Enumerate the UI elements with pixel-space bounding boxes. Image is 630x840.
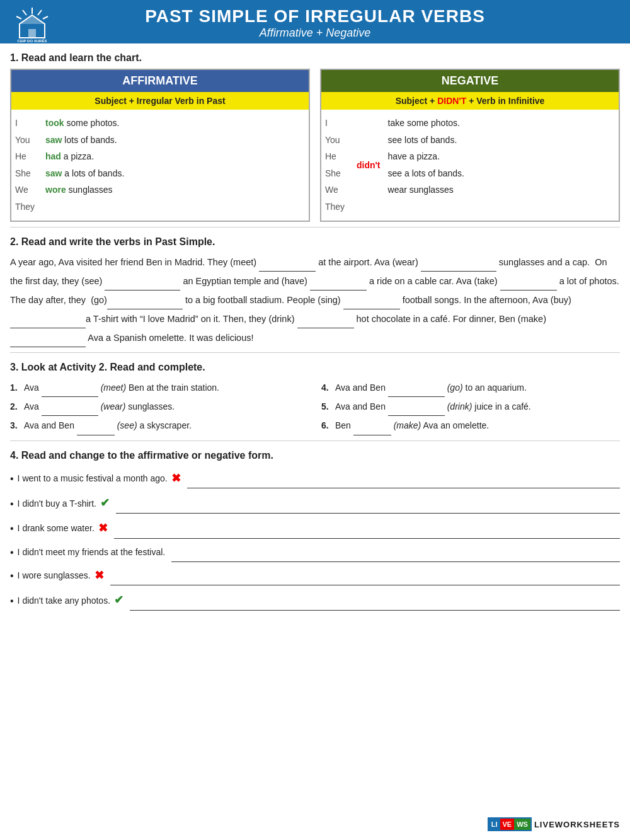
s3-blank-2[interactable] xyxy=(42,397,98,416)
header-subtitle: Affirmative + Negative xyxy=(0,26,630,40)
s4-item-3: • I drank some water. ✖ xyxy=(10,516,620,541)
blank-sing[interactable] xyxy=(343,291,400,309)
s3-item-4: 4. Ava and Ben (go) to an aquarium. xyxy=(321,378,620,397)
svg-marker-6 xyxy=(20,15,45,24)
check-icon-2: ✔ xyxy=(100,491,110,516)
svg-text:CEIP DO XURÉS: CEIP DO XURÉS xyxy=(18,38,47,43)
svg-line-4 xyxy=(16,16,21,19)
s3-blank-1[interactable] xyxy=(42,378,98,397)
negative-subheader: Subject + DIDN'T + Verb in Infinitive xyxy=(321,92,619,110)
bullet-5: • xyxy=(10,565,14,587)
s3-blank-6[interactable] xyxy=(353,416,391,435)
s3-num-2: 2. xyxy=(10,398,21,416)
blank-meet[interactable] xyxy=(259,253,316,272)
section3-right: 4. Ava and Ben (go) to an aquarium. 5. A… xyxy=(321,378,620,435)
header: CEIP DO XURÉS PAST SIMPLE OF IRREGULAR V… xyxy=(0,0,630,43)
answer-line-3[interactable] xyxy=(114,519,620,539)
section3-grid: 1. Ava (meet) Ben at the train station. … xyxy=(10,378,620,435)
s3-text-6: Ben (make) Ava an omelette. xyxy=(335,416,489,435)
s4-text-5: I wore sunglasses. xyxy=(18,566,91,585)
divider1 xyxy=(10,227,620,227)
section2-text: A year ago, Ava visited her friend Ben i… xyxy=(10,253,620,347)
s4-item-1: • I went to a music festival a month ago… xyxy=(10,466,620,492)
negative-subjects: IYouHeSheWeThey xyxy=(321,110,352,221)
s3-item-3: 3. Ava and Ben (see) a skyscraper. xyxy=(10,416,309,435)
s4-item-4: • I didn't meet my friends at the festiv… xyxy=(10,541,620,563)
chart-container: AFFIRMATIVE Subject + Irregular Verb in … xyxy=(10,69,620,222)
answer-line-1[interactable] xyxy=(187,469,620,489)
blank-wear[interactable] xyxy=(421,253,496,272)
svg-rect-7 xyxy=(28,29,36,38)
section3-title: 3. Look at Activity 2. Read and complete… xyxy=(10,362,620,373)
cross-icon-1: ✖ xyxy=(171,466,181,492)
neg-verb-take: take xyxy=(388,118,404,128)
s4-text-1: I went to a music festival a month ago. xyxy=(18,469,168,488)
affirmative-header: AFFIRMATIVE xyxy=(11,70,309,92)
s3-num-6: 6. xyxy=(321,417,333,435)
verb-had: had xyxy=(45,151,61,161)
s3-num-3: 3. xyxy=(10,417,21,435)
s4-text-6: I didn't take any photos. xyxy=(18,591,110,611)
neg-didnt-label: DIDN'T xyxy=(437,96,466,106)
verb-saw2: saw xyxy=(45,168,62,178)
neg-subheader-before: Subject + xyxy=(396,96,438,106)
lw-badge-container: LI VE WS xyxy=(488,817,532,831)
lw-text: LIVEWORKSHEETS xyxy=(534,820,620,829)
bullet-1: • xyxy=(10,468,14,490)
logo: CEIP DO XURÉS xyxy=(10,5,54,43)
neg-verb-see1: see xyxy=(388,135,403,145)
blank-go[interactable] xyxy=(107,291,183,309)
section4-title: 4. Read and change to the affirmative or… xyxy=(10,450,620,461)
negative-verbs: take some photos. see lots of bands. hav… xyxy=(386,110,619,221)
section1-title: 1. Read and learn the chart. xyxy=(10,52,620,64)
page: CEIP DO XURÉS PAST SIMPLE OF IRREGULAR V… xyxy=(0,0,630,840)
s3-item-1: 1. Ava (meet) Ben at the train station. xyxy=(10,378,309,397)
neg-verb-have: have xyxy=(388,151,407,161)
verb-wore: wore xyxy=(45,185,66,195)
bullet-4: • xyxy=(10,541,14,563)
lw-badge-blue: LI xyxy=(489,819,500,830)
s3-blank-4[interactable] xyxy=(388,378,445,397)
svg-line-1 xyxy=(38,10,42,15)
answer-line-5[interactable] xyxy=(110,566,620,586)
svg-line-2 xyxy=(43,16,48,19)
neg-verb-wear: wear xyxy=(388,185,407,195)
negative-chart: NEGATIVE Subject + DIDN'T + Verb in Infi… xyxy=(320,69,620,222)
s4-text-3: I drank some water. xyxy=(18,519,94,538)
negative-didnt: didn't xyxy=(352,110,386,221)
affirmative-subheader: Subject + Irregular Verb in Past xyxy=(11,92,309,110)
divider3 xyxy=(10,440,620,441)
lw-badge-green: WS xyxy=(514,819,530,830)
header-title: PAST SIMPLE OF IRREGULAR VERBS xyxy=(0,6,630,26)
s4-text-4: I didn't meet my friends at the festival… xyxy=(18,543,166,562)
verb-took: took xyxy=(45,118,64,128)
svg-line-3 xyxy=(23,10,26,15)
negative-header: NEGATIVE xyxy=(321,70,619,92)
s3-blank-3[interactable] xyxy=(77,416,115,435)
blank-have[interactable] xyxy=(310,272,367,291)
bullet-6: • xyxy=(10,590,14,612)
s3-item-5: 5. Ava and Ben (drink) juice in a café. xyxy=(321,397,620,416)
check-icon-6: ✔ xyxy=(114,588,123,613)
answer-line-2[interactable] xyxy=(116,493,620,514)
s3-blank-5[interactable] xyxy=(388,397,445,416)
blank-see[interactable] xyxy=(105,272,180,291)
s4-item-5: • I wore sunglasses. ✖ xyxy=(10,563,620,589)
s3-item-6: 6. Ben (make) Ava an omelette. xyxy=(321,416,620,435)
blank-make[interactable] xyxy=(10,328,86,347)
answer-line-6[interactable] xyxy=(130,590,620,611)
s3-num-4: 4. xyxy=(321,379,333,397)
s3-item-2: 2. Ava (wear) sunglasses. xyxy=(10,397,309,416)
s3-text-4: Ava and Ben (go) to an aquarium. xyxy=(335,378,527,397)
s3-text-3: Ava and Ben (see) a skyscraper. xyxy=(24,416,192,435)
cross-icon-5: ✖ xyxy=(94,563,104,589)
blank-drink[interactable] xyxy=(297,309,354,328)
section4-list: • I went to a music festival a month ago… xyxy=(10,466,620,613)
s3-text-5: Ava and Ben (drink) juice in a café. xyxy=(335,397,531,416)
affirmative-body: IYouHeSheWeThey took some photos. saw lo… xyxy=(11,110,309,221)
blank-buy[interactable] xyxy=(10,309,86,328)
blank-take[interactable] xyxy=(500,272,557,291)
verb-saw1: saw xyxy=(45,135,62,145)
s3-num-5: 5. xyxy=(321,398,333,416)
answer-line-4[interactable] xyxy=(171,542,620,562)
